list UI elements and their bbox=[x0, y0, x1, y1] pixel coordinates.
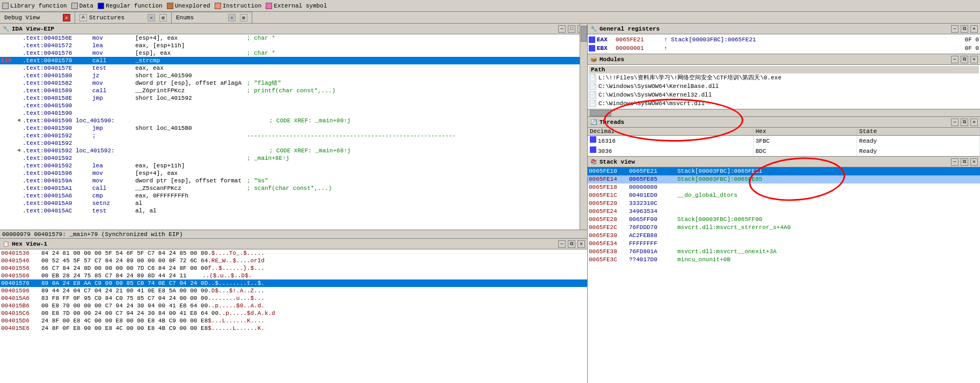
hex-ascii: .D$...$!.A..Z... bbox=[208, 287, 265, 294]
tab-debug-view[interactable]: Debug View ✕ bbox=[0, 12, 75, 23]
ida-line[interactable]: .text:004015A1 call __Z5scanFPKcz; scanf… bbox=[0, 185, 580, 192]
ida-content[interactable]: .text:0040156E mov [esp+4], eax; char *.… bbox=[0, 34, 587, 230]
tab-enums[interactable]: Enums ✕ ⊞ bbox=[172, 12, 252, 23]
ida-scrollbar[interactable] bbox=[580, 24, 587, 230]
ida-addr: .text:00401592 bbox=[23, 162, 92, 170]
stack-line[interactable]: 0065FE1C 00401ED0 __do_global_dtors bbox=[588, 192, 980, 200]
tab-debug-close[interactable]: ✕ bbox=[63, 14, 70, 21]
ida-line[interactable]: .text:00401592 lea eax, [esp+11h] bbox=[0, 162, 580, 170]
threads-minimize-btn[interactable]: ─ bbox=[951, 119, 959, 126]
hex-line[interactable]: 004015B6 00 E8 70 00 00 00 C7 94 24 30 9… bbox=[0, 302, 587, 310]
stack-line[interactable]: 0065FE24 34963534 bbox=[588, 208, 980, 216]
ida-line[interactable]: .text:00401582 mov dword ptr [esp], offs… bbox=[0, 79, 580, 87]
ida-status-bar: 00000979 00401579: _main+79 (Synchronize… bbox=[0, 230, 587, 238]
stack-line[interactable]: 0065FE20 3332310C bbox=[588, 200, 980, 208]
ida-line[interactable]: ◄.text:00401590 loc_401590:; CODE XREF: … bbox=[0, 117, 580, 124]
reg-panel: 🔧 General registers ─ ⧉ ✕ EAX 0065FE21 ↑… bbox=[588, 24, 980, 54]
reg-minimize-btn[interactable]: ─ bbox=[951, 25, 959, 33]
ida-line[interactable]: .text:00401592 ;------------------------… bbox=[0, 132, 580, 139]
stack-line[interactable]: 0065FE30 AC2FEB88 bbox=[588, 232, 980, 240]
hex-line[interactable]: 00401556 66 C7 84 24 8D 00 00 00 00 7D C… bbox=[0, 264, 587, 272]
hex-line[interactable]: 00401566 00 EB 28 24 75 85 C7 84 24 89 8… bbox=[0, 272, 587, 279]
reg-close-btn[interactable]: ✕ bbox=[970, 25, 978, 33]
ida-line[interactable]: .text:0040157E test eax, eax bbox=[0, 64, 580, 72]
ida-line[interactable]: .text:00401580 jz short loc_401590 bbox=[0, 72, 580, 79]
tab-structures[interactable]: A Structures ✕ ⊞ bbox=[75, 12, 172, 23]
module-row[interactable]: 📄C:\Windows\SysWOW64\KernelBase.dll bbox=[589, 82, 979, 91]
stack-val: 3332310C bbox=[629, 200, 677, 208]
threads-row[interactable]: 3036BDCReady bbox=[588, 146, 980, 156]
hex-panel-icon: 📋 bbox=[2, 240, 10, 248]
module-row[interactable]: 📄C:\Windows\SysWOW64\msvcrt.dll bbox=[589, 99, 979, 108]
threads-float-btn[interactable]: ⧉ bbox=[961, 119, 968, 126]
ida-line[interactable]: EIP.text:00401579 call _strcmp bbox=[0, 57, 580, 64]
ida-line[interactable]: .text:004015A6 cmp eax, 0FFFFFFFFh bbox=[0, 192, 580, 200]
hex-bytes: 66 C7 84 24 8D 00 00 00 00 7D C6 84 24 8… bbox=[41, 264, 208, 272]
stack-line[interactable]: 0065FE38 76FD801A msvcrt.dll:msvcrt__one… bbox=[588, 248, 980, 256]
module-row[interactable]: 📄L:\!!Files\资料库\学习\!网络空间安全\CTF培训\第四天\0.e… bbox=[589, 73, 979, 82]
ida-line[interactable]: .text:00401576 mov [esp], eax; char * bbox=[0, 49, 580, 57]
ida-line[interactable]: .text:0040158E jmp short loc_401592 bbox=[0, 94, 580, 102]
module-minimize-btn[interactable]: ─ bbox=[951, 56, 959, 63]
stack-addr: 0065FE14 bbox=[589, 175, 629, 183]
reg-float-btn[interactable]: ⧉ bbox=[961, 25, 968, 33]
hex-close-btn[interactable]: ✕ bbox=[577, 240, 585, 248]
ida-scroll-thumb[interactable] bbox=[581, 26, 587, 42]
ida-mnem bbox=[115, 147, 158, 154]
stack-float-btn[interactable]: ⧉ bbox=[961, 158, 968, 166]
ida-line[interactable]: .text:00401590 bbox=[0, 109, 580, 117]
module-float-btn[interactable]: ⧉ bbox=[961, 56, 968, 63]
stack-line[interactable]: 0065FE14 0065FE85 Stack[00003FBC]:0065FE… bbox=[588, 175, 980, 183]
stack-line[interactable]: 0065FE10 0065FE21 Stack[00003FBC]:0065FE… bbox=[588, 167, 980, 175]
module-row[interactable]: 📄C:\Windows\SysWOW64\Kernel32.dll bbox=[589, 91, 979, 99]
ida-line[interactable]: .text:0040159A mov dword ptr [esp], offs… bbox=[0, 177, 580, 185]
hex-line[interactable]: 00401536 84 24 81 00 00 00 5F 54 6F 5F C… bbox=[0, 249, 587, 257]
stack-minimize-btn[interactable]: ─ bbox=[951, 158, 959, 166]
hex-line[interactable]: 004015D6 24 8F 00 E8 4C 00 00 E8 00 00 E… bbox=[0, 317, 587, 325]
hex-line[interactable]: 00401546 00 52 45 5F 57 C7 84 24 89 00 0… bbox=[0, 257, 587, 264]
tab-structures-close[interactable]: ✕ bbox=[148, 14, 155, 21]
stack-val: 34963534 bbox=[629, 208, 677, 216]
hex-line[interactable]: 00401576 89 0A 24 E8 AA C9 00 00 85 C0 7… bbox=[0, 279, 587, 287]
ida-maximize-btn[interactable]: □ bbox=[568, 25, 575, 33]
ida-addr: .text:004015AC bbox=[23, 207, 92, 215]
ida-line[interactable]: .text:00401592 bbox=[0, 139, 580, 147]
hex-line[interactable]: 004015A6 83 F8 FF 0F 95 C0 84 C0 75 85 C… bbox=[0, 294, 587, 302]
stack-line[interactable]: 0065FE34 FFFFFFFF bbox=[588, 240, 980, 248]
hex-minimize-btn[interactable]: ─ bbox=[558, 240, 566, 248]
stack-line[interactable]: 0065FE3C ??4017D0 mincu_onunit+0B bbox=[588, 256, 980, 264]
hex-line[interactable]: 00401596 89 44 24 04 C7 04 24 21 00 41 0… bbox=[0, 287, 587, 294]
hex-line[interactable]: 004015E6 24 8F 0F E8 00 00 E8 4C 00 00 E… bbox=[0, 325, 587, 332]
ida-line[interactable]: .text:00401592; _main+8E↑j bbox=[0, 154, 580, 162]
ida-line[interactable]: ◄.text:00401592 loc_401592:; CODE XREF: … bbox=[0, 147, 580, 154]
hex-content[interactable]: 00401536 84 24 81 00 00 00 5F 54 6F 5F C… bbox=[0, 249, 587, 383]
ida-line[interactable]: .text:004015AC test al, al bbox=[0, 207, 580, 215]
ida-line[interactable]: .text:0040156E mov [esp+4], eax; char * bbox=[0, 34, 580, 42]
ida-mnem bbox=[92, 102, 135, 109]
ida-line[interactable]: .text:00401590 bbox=[0, 102, 580, 109]
ida-line[interactable]: .text:004015A9 setnz al bbox=[0, 200, 580, 207]
threads-close-btn[interactable]: ✕ bbox=[970, 119, 978, 126]
ida-line[interactable]: .text:00401596 mov [esp+4], eax bbox=[0, 170, 580, 177]
hex-float-btn[interactable]: ⧉ bbox=[568, 240, 575, 248]
eip-marker bbox=[1, 207, 17, 215]
stack-line[interactable]: 0065FE2C 76FDDD70 msvcrt.dll:msvcrt_stre… bbox=[588, 224, 980, 232]
stack-content[interactable]: 0065FE10 0065FE21 Stack[00003FBC]:0065FE… bbox=[588, 167, 980, 383]
stack-line[interactable]: 0065FE18 00000000 bbox=[588, 183, 980, 192]
hex-addr: 00401546 bbox=[1, 257, 41, 264]
ida-mnem: mov bbox=[92, 170, 135, 177]
ida-minimize-btn[interactable]: ─ bbox=[558, 25, 566, 33]
ida-line[interactable]: .text:00401590 jmp short loc_4015B0 bbox=[0, 124, 580, 132]
module-close-btn[interactable]: ✕ bbox=[970, 56, 978, 63]
stack-close-btn[interactable]: ✕ bbox=[970, 158, 978, 166]
ida-line[interactable]: .text:00401589 call __Z6printFPKcz; prin… bbox=[0, 87, 580, 94]
stack-line[interactable]: 0065FE28 0065FF00 Stack[00003FBC]:0065FF… bbox=[588, 216, 980, 224]
tab-enums-close[interactable]: ✕ bbox=[228, 14, 236, 21]
threads-row[interactable]: 163163FBCReady bbox=[588, 136, 980, 146]
module-scroll-thumb[interactable] bbox=[590, 110, 611, 116]
ida-line[interactable]: .text:00401572 lea eax, [esp+11h] bbox=[0, 42, 580, 49]
hex-line[interactable]: 004015C6 00 E8 7D 00 00 24 00 C7 94 24 3… bbox=[0, 310, 587, 317]
ida-arrow bbox=[17, 185, 23, 192]
eip-marker bbox=[1, 154, 17, 162]
module-scrollbar-h[interactable] bbox=[588, 109, 980, 116]
